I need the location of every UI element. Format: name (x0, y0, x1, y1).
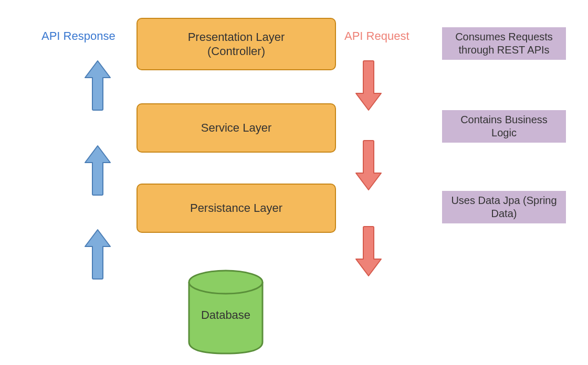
presentation-desc-box: Consumes Requests through REST APIs (442, 27, 566, 60)
persistence-layer-box: Persistance Layer (136, 184, 336, 233)
service-desc-box: Contains Business Logic (442, 110, 566, 143)
service-desc-text: Contains Business Logic (447, 113, 561, 139)
presentation-desc-text: Consumes Requests through REST APIs (447, 30, 561, 57)
presentation-layer-text: Presentation Layer (Controller) (188, 30, 285, 59)
service-layer-box: Service Layer (136, 103, 336, 153)
persistence-desc-text: Uses Data Jpa (Spring Data) (447, 194, 561, 220)
arrow-down-icon (355, 60, 382, 111)
api-response-label: API Response (41, 29, 116, 43)
persistence-desc-box: Uses Data Jpa (Spring Data) (442, 191, 566, 223)
arrow-down-icon (355, 226, 382, 277)
service-layer-text: Service Layer (201, 121, 272, 135)
arrow-down-icon (355, 139, 382, 191)
arrow-up-icon (84, 60, 111, 111)
svg-point-0 (189, 271, 262, 294)
api-request-label: API Request (344, 29, 410, 43)
persistence-layer-text: Persistance Layer (190, 201, 282, 216)
database-label: Database (189, 308, 262, 322)
arrow-up-icon (84, 145, 111, 196)
arrow-up-icon (84, 229, 111, 280)
presentation-layer-box: Presentation Layer (Controller) (136, 18, 336, 70)
